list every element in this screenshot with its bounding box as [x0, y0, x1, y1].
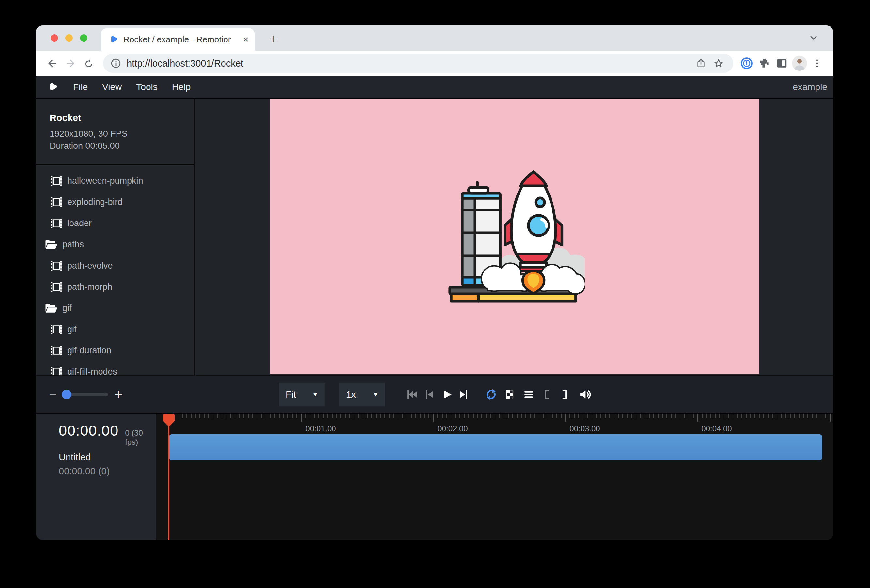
- forward-button[interactable]: [61, 54, 80, 73]
- composition-duration: Duration 00:05.00: [50, 140, 182, 152]
- composition-item[interactable]: gif-duration: [36, 340, 194, 361]
- in-point-bracket-button[interactable]: [539, 387, 555, 402]
- current-timecode: 00:00.00: [59, 422, 118, 439]
- playhead-line[interactable]: [168, 414, 169, 540]
- composition-label: gif-duration: [67, 345, 111, 356]
- browser-toolbar: http://localhost:3001/Rocket: [36, 51, 833, 76]
- transparency-checkerboard-button[interactable]: [502, 387, 518, 402]
- remotion-menubar: File View Tools Help example: [36, 76, 833, 99]
- browser-window: Rocket / example - Remotion P × + http:/…: [36, 25, 833, 540]
- previous-frame-button[interactable]: [421, 387, 437, 402]
- ruler-label: 00:02.00: [437, 424, 468, 433]
- film-icon: [50, 325, 62, 334]
- speed-select-value: 1x: [346, 389, 356, 400]
- composition-item[interactable]: halloween-pumpkin: [36, 170, 194, 192]
- film-icon: [50, 197, 62, 207]
- player-toolbar: − + Fit ▼ 1x ▼: [36, 375, 833, 413]
- film-icon: [50, 282, 62, 292]
- composition-label: halloween-pumpkin: [67, 176, 143, 186]
- compositions-sidebar: Rocket 1920x1080, 30 FPS Duration 00:05.…: [36, 99, 195, 375]
- composition-item[interactable]: loader: [36, 213, 194, 234]
- composition-resolution: 1920x1080, 30 FPS: [50, 128, 182, 140]
- traffic-lights: [51, 25, 88, 51]
- chevron-down-icon: ▼: [372, 391, 378, 398]
- browser-tab[interactable]: Rocket / example - Remotion P ×: [101, 28, 255, 51]
- share-icon[interactable]: [692, 55, 710, 72]
- url-text[interactable]: http://localhost:3001/Rocket: [127, 58, 692, 69]
- composition-item[interactable]: gif-fill-modes: [36, 361, 194, 375]
- tab-search-chevron-icon[interactable]: [808, 33, 819, 43]
- loop-button[interactable]: [483, 387, 499, 402]
- bookmark-star-icon[interactable]: [710, 55, 727, 72]
- timeline-left-panel: 00:00.00 0 (30 fps) Untitled 00:00.00 (0…: [36, 414, 156, 540]
- back-button[interactable]: [43, 54, 61, 73]
- playback-speed-select[interactable]: 1x ▼: [340, 383, 385, 406]
- composition-item[interactable]: exploding-bird: [36, 192, 194, 213]
- page-info-icon[interactable]: [110, 58, 121, 69]
- current-frame-info: 0 (30 fps): [125, 429, 156, 447]
- composition-label: path-evolve: [67, 261, 113, 271]
- remotion-logo-icon[interactable]: [48, 82, 59, 93]
- timeline-ruler-seconds[interactable]: [301, 414, 833, 421]
- new-tab-button[interactable]: +: [264, 30, 283, 48]
- menu-file[interactable]: File: [73, 82, 88, 92]
- out-point-bracket-button[interactable]: [557, 387, 572, 402]
- film-icon: [50, 219, 62, 228]
- menu-view[interactable]: View: [102, 82, 122, 92]
- minimize-window-button[interactable]: [65, 34, 73, 42]
- extensions-puzzle-icon[interactable]: [755, 55, 773, 72]
- composition-title: Rocket: [50, 113, 182, 124]
- next-frame-button[interactable]: [456, 387, 472, 402]
- reload-button[interactable]: [80, 54, 98, 73]
- folder-open-icon: [45, 240, 57, 250]
- volume-button[interactable]: [577, 387, 593, 402]
- main-area: Rocket 1920x1080, 30 FPS Duration 00:05.…: [36, 99, 833, 375]
- folder-label: gif: [62, 303, 72, 313]
- skip-to-start-button[interactable]: [404, 387, 420, 402]
- menu-help[interactable]: Help: [172, 82, 191, 92]
- menu-tools[interactable]: Tools: [136, 82, 157, 92]
- composition-label: loader: [67, 218, 92, 228]
- size-select-value: Fit: [286, 389, 296, 400]
- timeline-track-bar[interactable]: [169, 434, 822, 460]
- zoom-out-button[interactable]: −: [49, 387, 57, 402]
- address-bar[interactable]: http://localhost:3001/Rocket: [103, 54, 733, 73]
- ruler-label: 00:03.00: [569, 424, 600, 433]
- zoom-in-button[interactable]: +: [115, 387, 123, 402]
- profile-avatar[interactable]: [791, 55, 808, 72]
- composition-folder[interactable]: gif: [36, 298, 194, 319]
- film-icon: [50, 261, 62, 271]
- composition-label: exploding-bird: [67, 197, 123, 207]
- browser-menu-dots-icon[interactable]: [808, 55, 826, 72]
- tab-close-icon[interactable]: ×: [243, 34, 249, 45]
- film-icon: [50, 346, 62, 355]
- composition-label: path-morph: [67, 282, 112, 292]
- timeline-rows-button[interactable]: [521, 387, 536, 402]
- side-panel-icon[interactable]: [773, 55, 791, 72]
- composition-folder[interactable]: paths: [36, 234, 194, 255]
- timeline[interactable]: 00:01.00 00:02.00 00:03.00 00:04.00 00:0…: [36, 413, 833, 540]
- onepassword-extension-icon[interactable]: [738, 55, 755, 72]
- composition-list: halloween-pumpkin exploding-bird loader …: [36, 165, 194, 375]
- rocket-illustration: [444, 167, 585, 307]
- folder-open-icon: [45, 303, 57, 313]
- preview-area: [195, 99, 833, 375]
- composition-item[interactable]: path-evolve: [36, 255, 194, 276]
- composition-label: gif: [67, 325, 77, 335]
- zoom-window-button[interactable]: [80, 34, 88, 42]
- close-window-button[interactable]: [51, 34, 58, 42]
- remotion-favicon-icon: [109, 35, 118, 44]
- film-icon: [50, 176, 62, 186]
- composition-item[interactable]: path-morph: [36, 276, 194, 298]
- film-icon: [50, 367, 62, 375]
- composition-item[interactable]: gif: [36, 319, 194, 340]
- zoom-slider-knob[interactable]: [62, 390, 72, 399]
- ruler-label: 00:01.00: [305, 424, 336, 433]
- playhead-marker[interactable]: [163, 414, 174, 427]
- zoom-slider[interactable]: [62, 393, 108, 396]
- tab-title: Rocket / example - Remotion P: [124, 34, 231, 45]
- track-time: 00:00.00 (0): [59, 466, 156, 477]
- ruler-label: 00:04.00: [701, 424, 731, 433]
- play-button[interactable]: [439, 387, 455, 402]
- canvas-size-select[interactable]: Fit ▼: [279, 383, 325, 406]
